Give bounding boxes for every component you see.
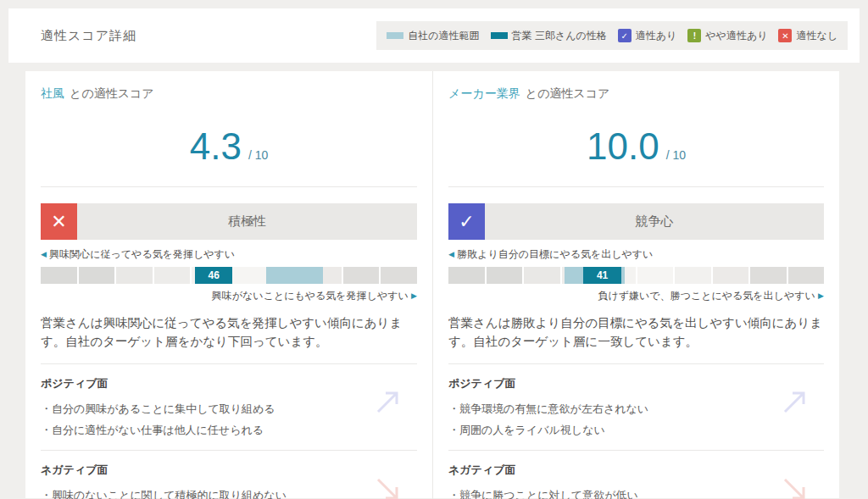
trait-header: ✓ 競争心 bbox=[448, 203, 824, 240]
bar-cell bbox=[524, 267, 560, 284]
person-score-marker: 46 bbox=[195, 267, 232, 284]
legend-item-fit: ✓ 適性あり bbox=[618, 29, 677, 43]
subtitle-suffix: との適性スコア bbox=[526, 86, 610, 100]
trait-score-bar: 46 bbox=[41, 267, 417, 284]
subject-link[interactable]: メーカー業界 bbox=[448, 86, 520, 100]
trait-description: 営業さんは勝敗より自分の目標にやる気を出しやすい傾向にあります。自社のターゲット… bbox=[448, 313, 824, 352]
bar-left-label: 興味関心に従ってやる気を発揮しやすい bbox=[49, 248, 235, 260]
score-denominator: / 10 bbox=[666, 148, 686, 162]
bar-right-caption: 興味がないことにもやる気を発揮しやすい ▶ bbox=[41, 289, 417, 303]
down-right-arrow-icon bbox=[780, 474, 809, 499]
bar-cell bbox=[675, 267, 711, 284]
bar-cell bbox=[343, 267, 380, 284]
trait-score-bar: 41 bbox=[448, 267, 824, 284]
bar-cell bbox=[79, 267, 115, 284]
legend-label: やや適性あり bbox=[705, 29, 767, 43]
bar-cell bbox=[713, 267, 749, 284]
bar-cell bbox=[788, 267, 825, 284]
legend-label: 営業 三郎さんの性格 bbox=[512, 29, 607, 43]
positive-section: ポジティブ面 ・自分の興味があることに集中して取り組める ・自分に適性がない仕事… bbox=[41, 364, 417, 450]
up-right-arrow-icon bbox=[373, 388, 402, 420]
negative-section: ネガティブ面 ・競争に勝つことに対して意欲が低い ・競争環境下では力を発揮できな… bbox=[448, 451, 824, 499]
trait-description: 営業さんは興味関心に従ってやる気を発揮しやすい傾向にあります。自社のターゲット層… bbox=[41, 313, 417, 352]
company-range-swatch bbox=[387, 32, 403, 39]
legend-item-person: 営業 三郎さんの性格 bbox=[491, 29, 607, 43]
page-title: 適性スコア詳細 bbox=[41, 28, 136, 44]
divider bbox=[448, 186, 824, 187]
legend-item-company-range: 自社の適性範囲 bbox=[387, 29, 479, 43]
bar-right-caption: 負けず嫌いで、勝つことにやる気を出しやすい ▶ bbox=[448, 289, 824, 303]
positive-item: ・自分の興味があることに集中して取り組める bbox=[41, 398, 417, 419]
legend: 自社の適性範囲 営業 三郎さんの性格 ✓ 適性あり ! やや適性あり ✕ 適性な… bbox=[376, 21, 848, 50]
divider bbox=[41, 186, 417, 187]
bar-right-label: 興味がないことにもやる気を発揮しやすい bbox=[212, 290, 409, 302]
bar-cell bbox=[448, 267, 485, 284]
left-triangle-icon: ◀ bbox=[41, 250, 47, 258]
subject-link[interactable]: 社風 bbox=[41, 86, 64, 100]
up-right-arrow-icon bbox=[780, 388, 809, 420]
down-right-arrow-icon bbox=[373, 474, 402, 499]
bar-cell bbox=[154, 267, 191, 284]
subtitle-suffix: との適性スコア bbox=[70, 86, 154, 100]
panel-subtitle: メーカー業界との適性スコア bbox=[448, 86, 824, 102]
fit-check-icon: ✓ bbox=[448, 203, 485, 240]
bar-left-label: 勝敗より自分の目標にやる気を出しやすい bbox=[457, 248, 653, 260]
legend-label: 適性あり bbox=[636, 29, 677, 43]
top-bar: 適性スコア詳細 自社の適性範囲 営業 三郎さんの性格 ✓ 適性あり ! やや適性… bbox=[8, 8, 860, 63]
bar-left-caption: ◀ 勝敗より自分の目標にやる気を出しやすい bbox=[448, 247, 824, 262]
legend-label: 自社の適性範囲 bbox=[408, 29, 479, 43]
bar-cell bbox=[41, 267, 77, 284]
positive-item: ・競争環境の有無に意欲が左右されない bbox=[448, 398, 824, 419]
person-score-marker: 41 bbox=[583, 267, 620, 284]
bar-cell bbox=[230, 267, 266, 284]
negative-item: ・競争に勝つことに対して意欲が低い bbox=[448, 485, 824, 499]
negative-item: ・興味のないことに関して積極的に取り組めない bbox=[41, 485, 417, 499]
positive-title: ポジティブ面 bbox=[41, 376, 417, 391]
score-value: 10.0 bbox=[587, 125, 659, 167]
bar-cell bbox=[116, 267, 153, 284]
panel-subtitle: 社風との適性スコア bbox=[41, 86, 417, 102]
positive-item: ・自分に適性がない仕事は他人に任せられる bbox=[41, 419, 417, 441]
legend-label: 適性なし bbox=[796, 29, 837, 43]
score-denominator: / 10 bbox=[248, 148, 268, 162]
legend-item-somewhat-fit: ! やや適性あり bbox=[687, 29, 767, 43]
positive-title: ポジティブ面 bbox=[448, 376, 824, 391]
score-value: 4.3 bbox=[190, 125, 242, 167]
left-triangle-icon: ◀ bbox=[448, 250, 454, 258]
panel-industry-fit: メーカー業界との適性スコア 10.0/ 10 ✓ 競争心 ◀ 勝敗より自分の目標… bbox=[432, 71, 839, 499]
bar-cell bbox=[381, 267, 417, 284]
bar-left-caption: ◀ 興味関心に従ってやる気を発揮しやすい bbox=[41, 247, 417, 262]
x-icon: ✕ bbox=[778, 29, 792, 42]
bar-right-label: 負けず嫌いで、勝つことにやる気を出しやすい bbox=[598, 290, 815, 302]
trait-name: 積極性 bbox=[77, 203, 417, 240]
person-swatch bbox=[491, 32, 508, 39]
bar-cell bbox=[637, 267, 674, 284]
negative-section: ネガティブ面 ・興味のないことに関して積極的に取り組めない ・業務のより好みがあ… bbox=[41, 451, 417, 499]
trait-header: ✕ 積極性 bbox=[41, 203, 417, 240]
bar-cell bbox=[750, 267, 787, 284]
no-fit-x-icon: ✕ bbox=[41, 203, 77, 240]
company-range-overlay bbox=[266, 267, 323, 284]
score-display: 10.0/ 10 bbox=[448, 125, 824, 168]
check-icon: ✓ bbox=[618, 29, 632, 42]
trait-name: 競争心 bbox=[485, 203, 824, 240]
positive-section: ポジティブ面 ・競争環境の有無に意欲が左右されない ・周囲の人をライバル視しない bbox=[448, 364, 824, 450]
negative-title: ネガティブ面 bbox=[41, 463, 417, 478]
right-triangle-icon: ▶ bbox=[818, 291, 824, 300]
exclamation-icon: ! bbox=[687, 29, 701, 42]
bar-cell bbox=[487, 267, 523, 284]
negative-title: ネガティブ面 bbox=[448, 463, 824, 478]
legend-item-no-fit: ✕ 適性なし bbox=[778, 29, 837, 43]
score-detail-panels: 社風との適性スコア 4.3/ 10 ✕ 積極性 ◀ 興味関心に従ってやる気を発揮… bbox=[25, 71, 839, 498]
positive-item: ・周囲の人をライバル視しない bbox=[448, 419, 824, 441]
right-triangle-icon: ▶ bbox=[411, 291, 417, 300]
panel-culture-fit: 社風との適性スコア 4.3/ 10 ✕ 積極性 ◀ 興味関心に従ってやる気を発揮… bbox=[25, 71, 432, 499]
score-display: 4.3/ 10 bbox=[41, 125, 417, 168]
